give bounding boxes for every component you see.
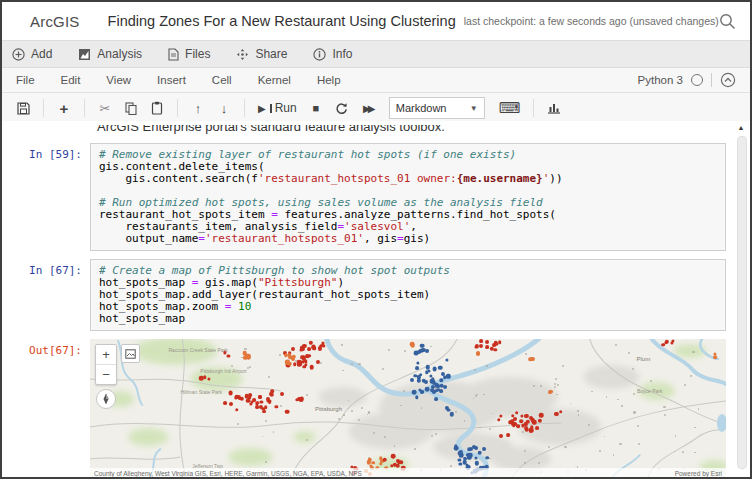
toolbar-separator <box>43 99 44 117</box>
restart-kernel-button[interactable] <box>331 97 353 119</box>
menu-help[interactable]: Help <box>317 74 341 86</box>
notebook-scroll-area[interactable]: ArcGIS Enterprise portal's standard feat… <box>2 121 750 477</box>
toolbar-separator <box>177 99 178 117</box>
files-icon <box>168 48 179 61</box>
code-cell-row: In [67]:# Create a map of Pittsburgh to … <box>2 259 726 331</box>
map-zoom-control: + − <box>95 344 117 385</box>
map-attribution-text: County of Allegheny, West Virginia GIS, … <box>94 470 362 477</box>
menu-edit[interactable]: Edit <box>61 74 81 86</box>
toolbar-separator <box>84 99 85 117</box>
run-icon: ▶ <box>258 103 266 114</box>
map-labels-layer: Raccoon Creek State ParkPittsburgh Intl … <box>90 339 726 477</box>
in-prompt: In [67]: <box>2 259 90 277</box>
action-item-add[interactable]: Add <box>12 47 52 61</box>
clipped-markdown-cell: ArcGIS Enterprise portal's standard feat… <box>97 125 726 137</box>
copy-icon <box>125 102 137 115</box>
collapse-header-icon[interactable] <box>720 72 736 88</box>
search-icon <box>719 13 736 30</box>
map-zoom-in-button[interactable]: + <box>96 345 116 364</box>
menu-file[interactable]: File <box>16 74 35 86</box>
code-cell-row: In [59]:# Remove existing layer of resta… <box>2 143 726 251</box>
action-item-label: Info <box>332 47 352 61</box>
search-button[interactable] <box>719 13 736 30</box>
run-icon-bar <box>270 104 272 113</box>
cell-toolbar-chart-button[interactable] <box>543 97 565 119</box>
map-zoom-out-button[interactable]: − <box>96 364 116 384</box>
action-item-label: Add <box>31 47 52 61</box>
save-button[interactable] <box>12 97 34 119</box>
map-output[interactable]: Raccoon Creek State ParkPittsburgh Intl … <box>90 339 726 477</box>
chevron-down-icon: ▼ <box>470 104 478 113</box>
action-item-info[interactable]: Info <box>313 47 352 61</box>
action-item-analysis[interactable]: Analysis <box>78 47 142 61</box>
info-icon <box>313 48 326 61</box>
arcgis-notebook-window: ArcGIS Finding Zones For a New Restauran… <box>0 0 752 479</box>
output-cell-row: Out[67]: <box>2 339 726 477</box>
move-cell-up-button[interactable]: ↑ <box>187 97 209 119</box>
scrollbar-up-arrow[interactable]: ▲ <box>735 123 747 133</box>
restart-icon <box>335 102 348 115</box>
in-prompt: In [59]: <box>2 143 90 161</box>
screenshot-icon <box>125 349 136 359</box>
map-place-label: Raccoon Creek State Park <box>169 347 228 353</box>
toolbar-separator <box>533 99 534 117</box>
arcgis-logo: ArcGIS <box>30 13 80 30</box>
map-place-label: Boyce Park <box>637 388 663 394</box>
analysis-icon <box>78 48 91 61</box>
run-cell-button[interactable]: ▶ Run <box>254 97 301 119</box>
menu-view[interactable]: View <box>106 74 131 86</box>
menu-insert[interactable]: Insert <box>157 74 186 86</box>
paste-icon <box>151 101 163 115</box>
notebook-action-bar: AddAnalysisFilesShareInfo <box>2 41 750 68</box>
menu-kernel[interactable]: Kernel <box>258 74 291 86</box>
keyboard-icon: ⌨ <box>499 99 521 117</box>
action-item-label: Analysis <box>97 47 142 61</box>
map-place-label: Plum <box>636 356 650 362</box>
action-item-label: Share <box>255 47 287 61</box>
run-label: Run <box>275 101 297 115</box>
cut-icon: ✂ <box>100 101 111 116</box>
kernel-name: Python 3 <box>638 74 683 86</box>
jupyter-toolbar: + ✂ ↑ ↓ ▶ Run ■ ▶▶ Markdown ▼ ⌨ <box>2 93 750 124</box>
move-cell-down-button[interactable]: ↓ <box>213 97 235 119</box>
map-place-label: Hillman State Park <box>181 389 222 395</box>
menu-cell[interactable]: Cell <box>212 74 232 86</box>
save-icon <box>17 102 30 115</box>
action-item-label: Files <box>185 47 210 61</box>
command-palette-button[interactable]: ⌨ <box>495 97 525 119</box>
out-prompt: Out[67]: <box>2 339 90 357</box>
share-icon <box>236 48 249 61</box>
menu-divider <box>711 73 712 87</box>
jupyter-menu-bar: FileEditViewInsertCellKernelHelp Python … <box>2 68 750 93</box>
notebook-title: Finding Zones For a New Restaurant Using… <box>108 13 456 29</box>
kernel-status-icon <box>691 74 703 86</box>
toolbar-separator <box>244 99 245 117</box>
compass-needle-icon <box>101 393 111 405</box>
paste-cell-button[interactable] <box>146 97 168 119</box>
app-header: ArcGIS Finding Zones For a New Restauran… <box>2 2 750 41</box>
restart-run-all-button[interactable]: ▶▶ <box>357 97 379 119</box>
scrollbar-thumb[interactable] <box>737 136 747 469</box>
bar-chart-icon <box>547 102 561 114</box>
map-screenshot-button[interactable] <box>121 344 140 363</box>
add-icon <box>12 48 25 61</box>
map-attribution-bar: County of Allegheny, West Virginia GIS, … <box>90 468 726 477</box>
notebook-scrollbar[interactable]: ▲ <box>735 123 747 473</box>
code-editor[interactable]: # Remove existing layer of restaurant ho… <box>90 143 726 251</box>
checkpoint-status: last checkpoint: a few seconds ago (unsa… <box>464 15 719 27</box>
map-compass-button[interactable] <box>96 389 116 409</box>
copy-cell-button[interactable] <box>120 97 142 119</box>
cell-type-value: Markdown <box>396 102 447 114</box>
interrupt-kernel-button[interactable]: ■ <box>305 97 327 119</box>
cell-type-select[interactable]: Markdown ▼ <box>389 97 485 119</box>
code-editor[interactable]: # Create a map of Pittsburgh to show hot… <box>90 259 726 331</box>
powered-by-esri: Powered by Esri <box>675 470 722 477</box>
insert-cell-button[interactable]: + <box>53 97 75 119</box>
cut-cell-button[interactable]: ✂ <box>94 97 116 119</box>
action-item-files[interactable]: Files <box>168 47 210 61</box>
clipped-markdown-text: ArcGIS Enterprise portal's standard feat… <box>97 125 726 134</box>
action-item-share[interactable]: Share <box>236 47 287 61</box>
map-place-label: Pittsburgh Intl Airport <box>200 368 246 374</box>
map-place-label: Pittsburgh <box>315 406 342 412</box>
